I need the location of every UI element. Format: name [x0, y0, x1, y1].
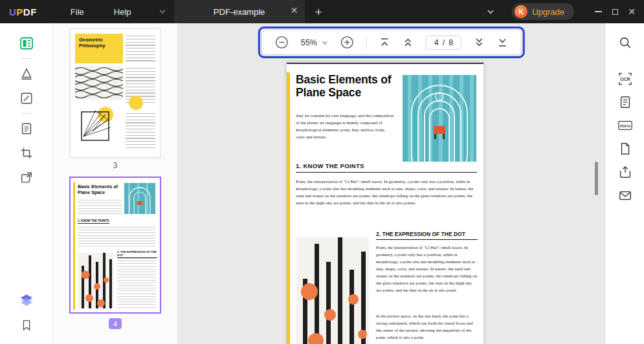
extract-text-button[interactable]	[617, 94, 633, 110]
tab-list-chevron-icon[interactable]	[159, 8, 166, 16]
text-placeholder	[78, 227, 155, 246]
menu-help[interactable]: Help	[114, 7, 131, 17]
wavy-pattern-image	[75, 66, 123, 100]
ocr-label: OCR	[620, 77, 630, 81]
thumb4-title: Basic Elements of Plane Space	[78, 184, 124, 195]
convert-export-button[interactable]	[18, 169, 35, 186]
section1-body: Point, the interpretation of "Ci Hai": s…	[296, 178, 478, 206]
updf-logo: UPDF	[9, 6, 37, 17]
zoom-out-button[interactable]	[275, 36, 289, 49]
pdfa-button[interactable]: PDF/A	[617, 118, 633, 133]
logo-letter: P	[16, 6, 23, 17]
vertical-scrollbar-thumb[interactable]	[595, 162, 598, 195]
text-placeholder	[117, 258, 156, 308]
zoom-in-button[interactable]	[340, 36, 354, 49]
search-button[interactable]	[617, 35, 633, 50]
thumbnails-panel: Geometric Philosophy	[53, 23, 178, 344]
annotate-tool-button[interactable]	[18, 65, 35, 82]
pdfa-icon: PDF/A	[617, 118, 633, 133]
page-view-button[interactable]	[617, 141, 633, 156]
edit-pdf-button[interactable]	[18, 90, 35, 107]
yellow-accent-bar	[287, 72, 290, 344]
previous-page-button[interactable]	[403, 37, 414, 48]
right-tool-rail: OCR PDF/A	[605, 23, 644, 344]
workspace: Geometric Philosophy	[0, 23, 644, 344]
menu-file[interactable]: File	[71, 7, 84, 17]
window-minimize-button[interactable]	[590, 3, 606, 20]
pdfa-label: PDF/A	[619, 124, 630, 128]
thumb4-section2-heading: 2. THE EXPRESSION OF THE DOT	[117, 250, 157, 258]
ai-assistant-button[interactable]	[18, 292, 35, 309]
thumbnail-panel-button[interactable]	[18, 35, 35, 52]
pages-icon	[19, 122, 34, 136]
last-page-button[interactable]	[497, 37, 508, 48]
tab-close-icon[interactable]: ✕	[291, 6, 298, 15]
ai-layers-icon	[19, 293, 34, 308]
zoom-level-dropdown[interactable]: 55%	[301, 38, 328, 47]
toolbar-highlight-annotation: 55%	[258, 27, 525, 58]
organize-pages-button[interactable]	[18, 120, 35, 137]
ocr-icon: OCR	[617, 71, 633, 87]
thumb3-title-block: Geometric Philosophy	[75, 34, 123, 63]
thumbnail-page-3[interactable]: Geometric Philosophy	[70, 28, 161, 158]
titlebar: UPDF File Help PDF-example ✕ + K Upgrade…	[0, 0, 644, 23]
document-viewer: 55%	[178, 23, 605, 344]
zoom-level-value: 55%	[301, 38, 317, 47]
text-placeholder	[78, 200, 122, 215]
thumbnail-page-4-number-badge: 4	[109, 318, 122, 329]
go-to-top-icon	[379, 37, 390, 48]
new-tab-button[interactable]: +	[315, 6, 322, 18]
current-page: 4	[434, 38, 439, 47]
collapse-toolbar-chevron-icon[interactable]	[486, 7, 495, 16]
next-page-button[interactable]	[474, 37, 485, 48]
document-lines-icon	[618, 95, 632, 109]
page-icon	[618, 142, 632, 156]
yellow-accent-bar	[73, 182, 75, 310]
marker-icon	[19, 67, 34, 81]
maximize-icon	[612, 9, 618, 15]
go-to-bottom-icon	[497, 37, 508, 48]
window-close-button[interactable]: ✕	[623, 3, 640, 20]
rail-divider	[21, 58, 32, 59]
user-avatar[interactable]: K	[515, 5, 527, 18]
total-pages: 8	[449, 38, 453, 47]
thumbnail-page-4-selected[interactable]: Basic Elements of Plane Space 1. KNOW TH…	[69, 177, 161, 314]
share-button[interactable]	[617, 164, 633, 180]
pdf-page-4[interactable]: Basic Elements of Plane Space	[287, 63, 483, 344]
upgrade-button[interactable]: K Upgrade	[512, 3, 574, 20]
page-separator: /	[443, 38, 445, 47]
search-icon	[618, 36, 632, 50]
thumbnail-page-3-number: 3	[113, 161, 118, 170]
text-placeholder	[126, 113, 155, 149]
export-arrow-icon	[19, 171, 34, 185]
plus-circle-icon	[340, 36, 354, 49]
feedback-mail-button[interactable]	[617, 188, 633, 203]
arch-photo	[403, 75, 476, 162]
thumb4-dots-image	[78, 253, 113, 308]
tab-title: PDF-example	[214, 7, 265, 17]
document-tab[interactable]: PDF-example ✕	[174, 0, 305, 23]
logo-letter: U	[9, 6, 16, 17]
window-maximize-button[interactable]	[606, 3, 623, 20]
dots-bars-artwork	[296, 237, 369, 344]
bookmark-button[interactable]	[18, 317, 35, 334]
crop-button[interactable]	[18, 145, 35, 162]
page-number-input[interactable]: 4 / 8	[426, 36, 461, 50]
toolbar-divider	[366, 36, 367, 49]
minus-circle-icon	[275, 36, 289, 49]
document-title: Basic Elements of Plane Space	[296, 73, 407, 99]
zoom-page-toolbar: 55%	[262, 30, 521, 54]
crop-icon	[19, 146, 34, 160]
updf-window: UPDF File Help PDF-example ✕ + K Upgrade…	[0, 0, 644, 344]
pencil-edit-icon	[19, 91, 34, 105]
left-tool-rail	[0, 23, 53, 344]
share-upload-icon	[618, 165, 632, 179]
first-page-button[interactable]	[379, 37, 390, 48]
bookmark-icon	[20, 319, 33, 332]
thumb4-section1-heading: 1. KNOW THE POINTS	[78, 219, 109, 224]
rail-divider	[21, 113, 32, 114]
ocr-button[interactable]: OCR	[617, 71, 633, 87]
double-chevron-down-icon	[474, 37, 485, 48]
upgrade-label: Upgrade	[532, 7, 564, 17]
geometric-line-art	[77, 104, 117, 147]
